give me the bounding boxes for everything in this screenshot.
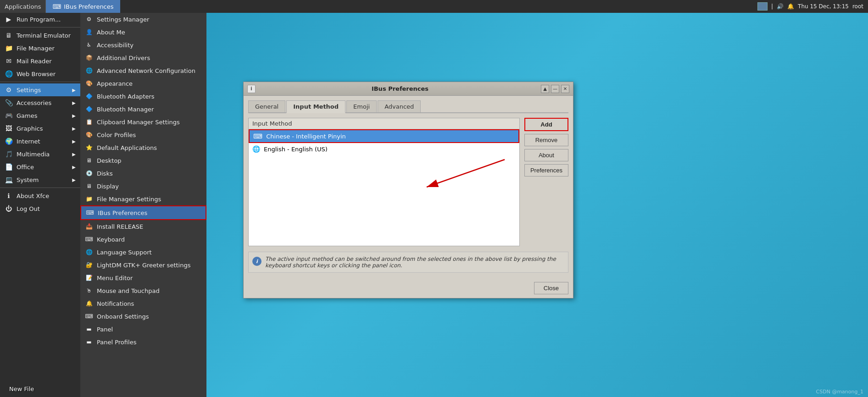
- sub-menu-label-disks: Disks: [97, 170, 113, 177]
- ibus-minimize-button[interactable]: —: [551, 85, 559, 93]
- tab-input-method[interactable]: Input Method: [286, 100, 345, 113]
- sub-menu-item-panel[interactable]: ▬ Panel: [80, 323, 206, 336]
- ibus-maximize-button[interactable]: ▲: [541, 85, 549, 93]
- sub-menu-item-accessibility[interactable]: ♿ Accessibility: [80, 39, 206, 51]
- sub-menu-item-menu-editor[interactable]: 📝 Menu Editor: [80, 271, 206, 284]
- sub-menu-item-color-profiles[interactable]: 🎨 Color Profiles: [80, 128, 206, 141]
- ibus-label: IBus Preferences: [64, 3, 113, 10]
- menu-item-graphics[interactable]: 🖼 Graphics ▶: [0, 122, 80, 135]
- disks-icon: 💿: [85, 169, 93, 177]
- sub-menu-item-advanced-network[interactable]: 🌐 Advanced Network Configuration: [80, 64, 206, 77]
- sub-menu-item-keyboard[interactable]: ⌨ Keyboard: [80, 233, 206, 246]
- menu-item-mail-reader[interactable]: ✉ Mail Reader: [0, 55, 80, 67]
- menu-label-run-program: Run Program...: [17, 16, 61, 23]
- sub-menu-item-bluetooth-manager[interactable]: 🔷 Bluetooth Manager: [80, 103, 206, 116]
- graphics-icon: 🖼: [5, 124, 13, 132]
- ibus-window: i IBus Preferences ▲ — ✕ General Input M…: [243, 82, 573, 298]
- mail-reader-icon: ✉: [5, 57, 13, 65]
- ibus-action-buttons: Add Remove About Preferences: [524, 118, 568, 246]
- ibus-close-button[interactable]: ✕: [561, 85, 569, 93]
- settings-arrow-icon: ▶: [72, 88, 76, 93]
- sub-menu-label-panel: Panel: [97, 326, 113, 333]
- default-applications-icon: ⭐: [85, 143, 93, 152]
- menu-label-games: Games: [17, 112, 37, 119]
- clipboard-manager-icon: 📋: [85, 118, 93, 126]
- sub-menu-item-clipboard-manager[interactable]: 📋 Clipboard Manager Settings: [80, 116, 206, 128]
- taskbar-apps-button[interactable]: Applications: [0, 0, 46, 13]
- ibus-icon: ⌨: [52, 3, 61, 10]
- sub-menu-label-accessibility: Accessibility: [97, 42, 134, 49]
- sub-menu-label-display: Display: [97, 183, 119, 190]
- sub-menu-label-clipboard-manager: Clipboard Manager Settings: [97, 119, 180, 126]
- menu-item-terminal[interactable]: 🖥 Terminal Emulator: [0, 29, 80, 42]
- sub-menu-item-display[interactable]: 🖥 Display: [80, 180, 206, 193]
- menu-label-graphics: Graphics: [17, 125, 43, 132]
- tab-emoji[interactable]: Emoji: [346, 100, 377, 112]
- sub-menu-item-disks[interactable]: 💿 Disks: [80, 167, 206, 180]
- file-manager-icon: 📁: [5, 44, 13, 52]
- menu-item-accessories[interactable]: 📎 Accessories ▶: [0, 96, 80, 109]
- advanced-network-icon: 🌐: [85, 66, 93, 75]
- menu-item-settings[interactable]: ⚙ Settings ▶: [0, 83, 80, 96]
- sub-menu-item-install-release[interactable]: 📥 Install RELEASE: [80, 220, 206, 233]
- sub-menu-label-notifications: Notifications: [97, 300, 134, 307]
- menu-label-settings: Settings: [17, 87, 41, 94]
- sub-menu-item-ibus-preferences[interactable]: ⌨ IBus Preferences: [80, 205, 206, 220]
- about-input-method-button[interactable]: About: [524, 149, 568, 161]
- new-file-label: New File: [9, 386, 34, 392]
- sub-menu-label-ibus-preferences: IBus Preferences: [98, 210, 147, 216]
- menu-item-office[interactable]: 📄 Office ▶: [0, 160, 80, 173]
- ibus-info-box: i The active input method can be switche…: [248, 252, 568, 273]
- ibus-close-button-footer[interactable]: Close: [534, 282, 568, 294]
- sub-menu-label-desktop: Desktop: [97, 157, 122, 164]
- ibus-footer: Close: [244, 277, 573, 298]
- menu-item-run-program[interactable]: ▶ Run Program...: [0, 13, 80, 26]
- remove-input-method-button[interactable]: Remove: [524, 134, 568, 146]
- sub-menu-item-notifications[interactable]: 🔔 Notifications: [80, 297, 206, 310]
- sub-menu-label-about-me: About Me: [97, 29, 125, 36]
- taskbar-ibus-button[interactable]: ⌨ IBus Preferences: [46, 0, 120, 13]
- sub-menu-item-bluetooth-adapters[interactable]: 🔷 Bluetooth Adapters: [80, 90, 206, 103]
- sub-menu-item-mouse-touchpad[interactable]: 🖱 Mouse and Touchpad: [80, 284, 206, 297]
- menu-separator-3: [0, 187, 80, 188]
- sub-menu-item-desktop[interactable]: 🖥 Desktop: [80, 154, 206, 167]
- sub-menu-item-default-applications[interactable]: ⭐ Default Applications: [80, 141, 206, 154]
- sub-menu-item-settings-manager[interactable]: ⚙ Settings Manager: [80, 13, 206, 26]
- install-release-icon: 📥: [85, 222, 93, 231]
- sub-menu-item-about-me[interactable]: 👤 About Me: [80, 26, 206, 39]
- menu-item-about-xfce[interactable]: ℹ About Xfce: [0, 189, 80, 202]
- sub-menu-item-lightdm[interactable]: 🔐 LightDM GTK+ Greeter settings: [80, 259, 206, 271]
- accessories-icon: 📎: [5, 99, 13, 107]
- sub-menu-item-panel-profiles[interactable]: ▬ Panel Profiles: [80, 336, 206, 348]
- onboard-icon: ⌨: [85, 312, 93, 320]
- app-menu: ▶ Run Program... 🖥 Terminal Emulator 📁 F…: [0, 13, 80, 397]
- taskbar-desktop-icon[interactable]: [757, 2, 768, 11]
- sub-menu-item-language-support[interactable]: 🌐 Language Support: [80, 246, 206, 259]
- office-icon: 📄: [5, 163, 13, 171]
- ibus-list-item-chinese[interactable]: ⌨ Chinese - Intelligent Pinyin: [249, 129, 519, 143]
- menu-item-log-out[interactable]: ⏻ Log Out: [0, 202, 80, 215]
- preferences-input-method-button[interactable]: Preferences: [524, 164, 568, 176]
- menu-item-web-browser[interactable]: 🌐 Web Browser: [0, 67, 80, 80]
- settings-icon: ⚙: [5, 86, 13, 94]
- menu-item-system[interactable]: 💻 System ▶: [0, 173, 80, 186]
- menu-item-file-manager[interactable]: 📁 File Manager: [0, 42, 80, 55]
- add-input-method-button[interactable]: Add: [524, 118, 568, 131]
- ibus-tabs: General Input Method Emoji Advanced: [248, 100, 568, 113]
- menu-item-internet[interactable]: 🌍 Internet ▶: [0, 135, 80, 148]
- log-out-icon: ⏻: [5, 204, 13, 213]
- english-method-icon: 🌐: [252, 145, 260, 153]
- menu-item-multimedia[interactable]: 🎵 Multimedia ▶: [0, 148, 80, 160]
- menu-item-games[interactable]: 🎮 Games ▶: [0, 109, 80, 122]
- sub-menu-item-additional-drivers[interactable]: 📦 Additional Drivers: [80, 51, 206, 64]
- games-icon: 🎮: [5, 111, 13, 120]
- tab-advanced[interactable]: Advanced: [378, 100, 421, 112]
- accessibility-icon: ♿: [85, 41, 93, 49]
- sub-menu-item-file-manager-settings[interactable]: 📁 File Manager Settings: [80, 193, 206, 205]
- sub-menu-item-onboard[interactable]: ⌨ Onboard Settings: [80, 310, 206, 323]
- tab-general[interactable]: General: [248, 100, 285, 112]
- ibus-list-item-english[interactable]: 🌐 English - English (US): [249, 143, 519, 155]
- ibus-titlebar: i IBus Preferences ▲ — ✕: [244, 82, 573, 96]
- sub-menu-label-additional-drivers: Additional Drivers: [97, 55, 150, 61]
- sub-menu-item-appearance[interactable]: 🎨 Appearance: [80, 77, 206, 90]
